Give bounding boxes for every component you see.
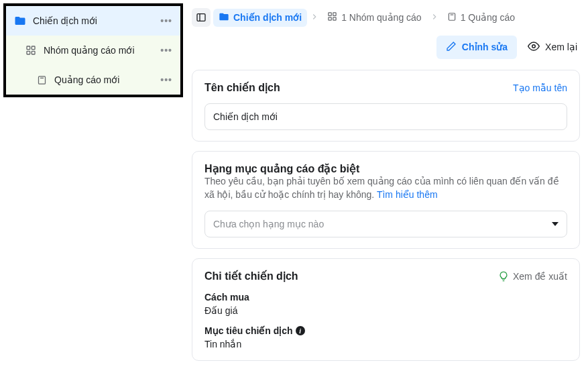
chevron-right-icon (430, 12, 439, 23)
breadcrumb-adset[interactable]: 1 Nhóm quảng cáo (322, 9, 427, 26)
svg-rect-4 (38, 76, 45, 83)
eye-icon (528, 40, 540, 54)
create-template-link[interactable]: Tạo mẫu tên (513, 83, 567, 93)
main-panel: Chiến dịch mới 1 Nhóm quảng cáo 1 Quảng … (186, 0, 588, 379)
suggestions-label: Xem đề xuất (513, 271, 567, 282)
svg-rect-6 (197, 14, 205, 21)
sidebar: Chiến dịch mới ••• Nhóm quảng cáo mới ••… (0, 0, 186, 379)
card-campaign-details: Chi tiết chiến dịch Xem đề xuất Cách mua… (192, 258, 580, 361)
card-title: Chi tiết chiến dịch (204, 270, 298, 282)
toggle-sidebar-button[interactable] (192, 8, 211, 27)
svg-rect-9 (333, 13, 336, 15)
page-icon (36, 74, 48, 86)
breadcrumb-campaign[interactable]: Chiến dịch mới (213, 9, 307, 27)
sidebar-item-campaign[interactable]: Chiến dịch mới ••• (6, 6, 180, 36)
svg-rect-12 (449, 13, 455, 20)
chevron-down-icon (552, 222, 558, 226)
view-suggestions-button[interactable]: Xem đề xuất (498, 271, 567, 282)
breadcrumb-ad[interactable]: 1 Quảng cáo (442, 9, 520, 26)
card-title: Hạng mục quảng cáo đặc biệt (204, 162, 359, 175)
svg-rect-3 (32, 51, 35, 54)
objective-label-text: Mục tiêu chiến dịch (204, 325, 293, 336)
card-campaign-name: Tên chiến dịch Tạo mẫu tên (192, 70, 580, 142)
lightbulb-icon (498, 271, 509, 282)
more-icon[interactable]: ••• (160, 15, 172, 26)
edit-button[interactable]: Chỉnh sửa (436, 36, 517, 59)
objective-label: Mục tiêu chiến dịch i (204, 325, 567, 336)
edit-label: Chỉnh sửa (462, 42, 508, 52)
breadcrumb-label: 1 Quảng cáo (461, 12, 515, 23)
sidebar-item-adset[interactable]: Nhóm quảng cáo mới ••• (6, 36, 180, 65)
breadcrumb-label: Chiến dịch mới (233, 12, 302, 23)
svg-rect-11 (333, 17, 336, 20)
page-icon (447, 12, 457, 23)
review-label: Xem lại (545, 42, 577, 52)
breadcrumb-label: 1 Nhóm quảng cáo (341, 12, 422, 23)
sidebar-item-label: Chiến dịch mới (33, 15, 160, 26)
svg-rect-1 (32, 46, 35, 50)
buying-type-value: Đấu giá (204, 305, 567, 316)
svg-rect-2 (27, 51, 30, 54)
campaign-name-input[interactable] (204, 103, 567, 130)
grid-icon (25, 44, 37, 56)
info-icon[interactable]: i (296, 326, 305, 335)
breadcrumb: Chiến dịch mới 1 Nhóm quảng cáo 1 Quảng … (192, 5, 580, 30)
sidebar-item-label: Quảng cáo mới (54, 74, 160, 85)
more-icon[interactable]: ••• (160, 45, 172, 56)
sidebar-tree: Chiến dịch mới ••• Nhóm quảng cáo mới ••… (3, 3, 183, 97)
category-select[interactable]: Chưa chọn hạng mục nào (204, 211, 567, 237)
pencil-icon (446, 41, 457, 54)
svg-rect-0 (27, 46, 30, 50)
svg-rect-8 (329, 13, 331, 15)
svg-rect-10 (329, 17, 331, 20)
action-bar: Chỉnh sửa Xem lại (192, 34, 580, 60)
select-placeholder: Chưa chọn hạng mục nào (213, 219, 324, 229)
card-description: Theo yêu cầu, bạn phải tuyên bố xem quản… (204, 175, 567, 201)
chevron-right-icon (310, 12, 319, 23)
svg-point-14 (532, 44, 536, 48)
card-special-category: Hạng mục quảng cáo đặc biệt Theo yêu cầu… (192, 151, 580, 249)
grid-icon (327, 11, 337, 23)
buying-type-label: Cách mua (204, 292, 567, 303)
card-title: Tên chiến dịch (204, 81, 280, 94)
folder-icon (219, 11, 229, 24)
more-icon[interactable]: ••• (160, 74, 172, 85)
sidebar-item-ad[interactable]: Quảng cáo mới ••• (6, 65, 180, 95)
objective-value: Tin nhắn (204, 339, 567, 349)
folder-icon (14, 15, 26, 27)
review-button[interactable]: Xem lại (525, 35, 580, 60)
sidebar-item-label: Nhóm quảng cáo mới (44, 45, 160, 56)
learn-more-link[interactable]: Tìm hiểu thêm (377, 189, 438, 200)
